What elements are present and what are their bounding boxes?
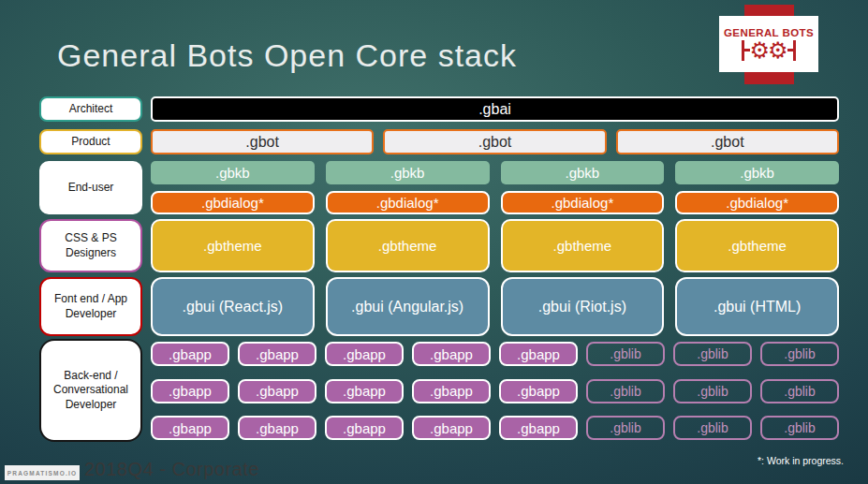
label-architect: Architect <box>39 96 142 122</box>
stack-box-gbui: .gbui (HTML) <box>675 277 839 336</box>
stack-box-gbdialog: .gbdialog* <box>501 191 665 214</box>
stack-box-gbapp: .gbapp <box>499 342 578 366</box>
stack-box-gbapp: .gbapp <box>412 342 491 366</box>
stack-box-gbapp: .gbapp <box>238 342 316 366</box>
stack-box-gbkb: .gbkb <box>501 161 665 184</box>
stack-box-gbapp: .gbapp <box>412 379 491 403</box>
label-text: Font end / App Developer <box>45 292 137 321</box>
stack-box-gblib: .gblib <box>586 416 665 440</box>
label-text: Product <box>71 135 110 150</box>
stack-box-gbtheme: .gbtheme <box>675 219 839 272</box>
gear-icon: ⚙︎ <box>749 39 770 62</box>
stack-box-gbot: .gbot <box>383 129 606 154</box>
slide: General Bots Open Core stack GENERAL BOT… <box>0 0 868 484</box>
stack-box-gbtheme: .gbtheme <box>326 219 490 272</box>
stack-box-gbui: .gbui (Angular.js) <box>326 277 490 336</box>
stack-box-gbdialog: .gbdialog* <box>326 191 490 214</box>
stack-box-gbapp: .gbapp <box>151 379 229 403</box>
stack-box-gblib: .gblib <box>760 416 839 440</box>
band-backend-developer: Back-end / Conversational Developer .gba… <box>39 339 839 442</box>
stack-box-gbapp: .gbapp <box>238 379 316 403</box>
stack-row-gbot: .gbot.gbot.gbot <box>151 129 839 154</box>
stack-box-gbkb: .gbkb <box>151 161 315 184</box>
stack-box-gblib: .gblib <box>760 342 839 366</box>
band-architect: Architect .gbai <box>39 96 839 122</box>
stack-box-gbapp: .gbapp <box>325 416 404 440</box>
stack-box-gbtheme: .gbtheme <box>501 219 665 272</box>
stack-box-gblib: .gblib <box>673 416 752 440</box>
label-text: End-user <box>68 181 114 196</box>
band-frontend-boxes: .gbui (React.js).gbui (Angular.js).gbui … <box>151 277 839 336</box>
stack-row-gbai: .gbai <box>151 96 839 122</box>
stack-row-apps: .gbapp.gbapp.gbapp.gbapp.gbapp.gblib.gbl… <box>151 342 839 366</box>
stack-box-gbapp: .gbapp <box>238 416 316 440</box>
band-product: Product .gbot.gbot.gbot <box>39 129 839 154</box>
stack-box-gbai: .gbai <box>151 96 839 122</box>
stack-box-gbapp: .gbapp <box>151 416 229 440</box>
stack-box-gblib: .gblib <box>586 342 665 366</box>
general-bots-logo: GENERAL BOTS ⚙︎⚙︎ <box>719 16 818 72</box>
stack-box-gbapp: .gbapp <box>499 416 578 440</box>
label-end-user: End-user <box>39 161 142 214</box>
stack-box-gbapp: .gbapp <box>325 342 404 366</box>
stack-row-apps: .gbapp.gbapp.gbapp.gbapp.gbapp.gblib.gbl… <box>151 379 839 403</box>
band-backend-boxes: .gbapp.gbapp.gbapp.gbapp.gbapp.gblib.gbl… <box>151 339 839 442</box>
band-frontend-developer: Font end / App Developer .gbui (React.js… <box>39 277 839 336</box>
label-frontend-developer: Font end / App Developer <box>39 277 142 336</box>
band-product-boxes: .gbot.gbot.gbot <box>151 129 839 154</box>
stack-box-gbui: .gbui (React.js) <box>151 277 315 336</box>
footer-caption: 2018Q4 - Corporate <box>84 459 259 480</box>
stack-box-gbtheme: .gbtheme <box>151 219 315 272</box>
band-end-user-boxes: .gbkb.gbkb.gbkb.gbkb.gbdialog*.gbdialog*… <box>151 161 839 214</box>
gears-icon: ⚙︎⚙︎ <box>742 39 795 62</box>
stack-box-gbdialog: .gbdialog* <box>675 191 839 214</box>
stack-box-gbdialog: .gbdialog* <box>151 191 315 214</box>
stack-box-gbkb: .gbkb <box>326 161 490 184</box>
stack-row-gbtheme: .gbtheme.gbtheme.gbtheme.gbtheme <box>151 219 839 272</box>
gear-icon: ⚙︎ <box>768 39 788 62</box>
stack-box-gblib: .gblib <box>673 379 752 403</box>
stack-box-gblib: .gblib <box>586 379 665 403</box>
work-in-progress-note: *: Work in progress. <box>758 455 844 466</box>
pragmatismo-logo: PRAGMATISMO.IO <box>5 465 80 480</box>
stack-row-gbdialog: .gbdialog*.gbdialog*.gbdialog*.gbdialog* <box>151 191 839 214</box>
label-designers: CSS & PS Designers <box>39 219 142 272</box>
label-text: Back-end / Conversational Developer <box>45 369 137 413</box>
stack-box-gblib: .gblib <box>673 342 752 366</box>
stack-box-gblib: .gblib <box>760 379 839 403</box>
stack-box-gbapp: .gbapp <box>499 379 578 403</box>
stack-row-gbkb: .gbkb.gbkb.gbkb.gbkb <box>151 161 839 184</box>
stack-box-gbot: .gbot <box>616 129 839 154</box>
stack-box-gbapp: .gbapp <box>412 416 491 440</box>
gear-end-bar-icon <box>793 40 796 61</box>
stack-box-gbapp: .gbapp <box>325 379 404 403</box>
stack-row-gbui: .gbui (React.js).gbui (Angular.js).gbui … <box>151 277 839 336</box>
page-title: General Bots Open Core stack <box>57 37 517 74</box>
label-text: Architect <box>69 102 113 117</box>
label-text: CSS & PS Designers <box>45 231 137 260</box>
stack-box-gbot: .gbot <box>151 129 374 154</box>
logo-brand-text: GENERAL BOTS <box>724 27 814 38</box>
stack-box-gbapp: .gbapp <box>151 342 229 366</box>
stack-row-apps: .gbapp.gbapp.gbapp.gbapp.gbapp.gblib.gbl… <box>151 416 839 440</box>
band-designers-boxes: .gbtheme.gbtheme.gbtheme.gbtheme <box>151 219 839 272</box>
brand-text: PRAGMATISMO.IO <box>7 470 77 477</box>
band-architect-boxes: .gbai <box>151 96 839 122</box>
band-designers: CSS & PS Designers .gbtheme.gbtheme.gbth… <box>39 219 839 272</box>
stack-box-gbkb: .gbkb <box>675 161 839 184</box>
stack-box-gbui: .gbui (Riot.js) <box>501 277 665 336</box>
label-backend-developer: Back-end / Conversational Developer <box>39 339 142 442</box>
band-end-user: End-user .gbkb.gbkb.gbkb.gbkb.gbdialog*.… <box>39 161 839 214</box>
label-product: Product <box>39 129 142 154</box>
